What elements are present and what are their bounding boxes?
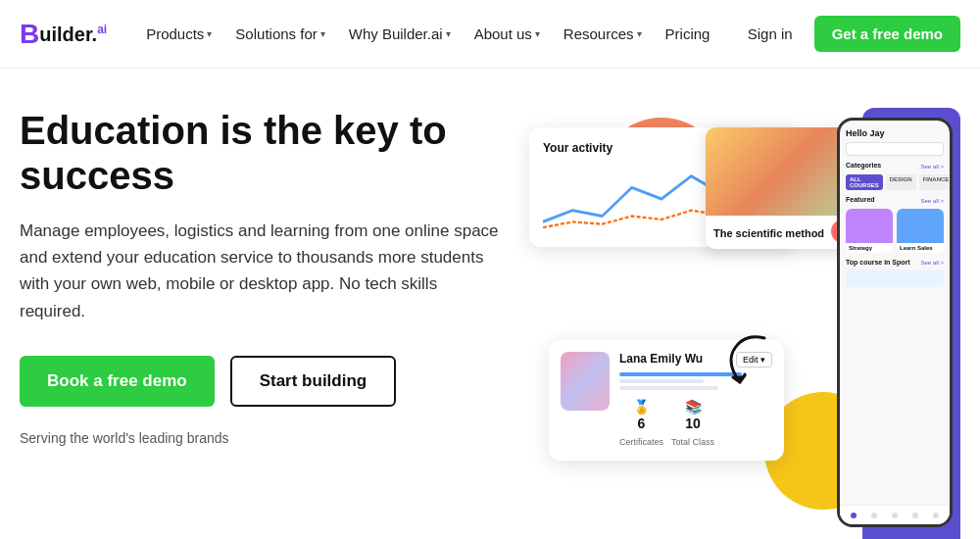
phone-featured-cards: Strategy Learn Sales	[846, 209, 944, 253]
chevron-down-icon: ▾	[207, 28, 212, 39]
phone-mockup: Hello Jay Categories See all > ALL COURS…	[813, 108, 960, 539]
nav-products[interactable]: Products ▾	[136, 20, 221, 48]
phone-nav-search[interactable]	[871, 513, 877, 518]
brand-text: Serving the world's leading brands	[20, 430, 500, 446]
phone-bottom-nav	[840, 505, 950, 524]
hero-left: Education is the key to success Manage e…	[20, 108, 500, 446]
nav-about[interactable]: About us ▾	[465, 20, 550, 48]
hero-section: Education is the key to success Manage e…	[0, 69, 980, 539]
hero-description: Manage employees, logistics and learning…	[20, 218, 500, 324]
phone-sport-row: Top course in Sport See all >	[846, 259, 944, 266]
phone-featured-see-all[interactable]: See all >	[920, 198, 944, 204]
phone-featured-title: Featured	[846, 196, 875, 203]
phone-card-strategy-image	[846, 209, 893, 243]
progress-bar-2	[619, 379, 704, 383]
phone-categories: ALL COURSES DESIGN FINANCE	[846, 174, 944, 190]
nav-right: Sign in Get a free demo	[738, 16, 960, 52]
hero-buttons: Book a free demo Start building	[20, 356, 500, 407]
phone-sport-title: Top course in Sport	[846, 259, 910, 266]
logo-bracket: B	[20, 19, 39, 50]
phone-nav-courses[interactable]	[892, 513, 898, 518]
phone-cat-design[interactable]: DESIGN	[886, 174, 916, 190]
nav-solutions[interactable]: Solutions for ▾	[225, 20, 334, 48]
phone-card-strategy[interactable]: Strategy	[846, 209, 893, 253]
phone-card-sales-label: Learn Sales	[897, 243, 944, 253]
hero-right: Your activity The scientific method ▶ Ed…	[519, 108, 960, 539]
phone-categories-title: Categories	[846, 162, 881, 169]
chevron-down-icon: ▾	[637, 28, 642, 39]
logo[interactable]: B uilder.ai	[20, 19, 107, 50]
phone-card-strategy-label: Strategy	[846, 243, 893, 253]
profile-stats: 🏅 6 Certificates 📚 10 Total Class	[619, 398, 772, 449]
nav-why[interactable]: Why Builder.ai ▾	[339, 20, 461, 48]
phone-nav-settings[interactable]	[933, 513, 939, 518]
chevron-down-icon: ▾	[320, 28, 325, 39]
start-building-button[interactable]: Start building	[230, 356, 397, 407]
phone-card-sales[interactable]: Learn Sales	[897, 209, 944, 253]
phone-search-bar[interactable]	[846, 142, 944, 156]
book-demo-button[interactable]: Book a free demo	[20, 356, 215, 407]
chevron-down-icon: ▾	[535, 28, 540, 39]
phone-frame: Hello Jay Categories See all > ALL COURS…	[837, 118, 953, 527]
profile-stat-certs: 🏅 6 Certificates	[619, 398, 663, 449]
arrow-icon	[696, 323, 774, 402]
phone-nav-profile[interactable]	[912, 513, 918, 518]
profile-stat-classes: 📚 10 Total Class	[671, 398, 714, 449]
nav-resources[interactable]: Resources ▾	[554, 20, 652, 48]
phone-cat-all[interactable]: ALL COURSES	[846, 174, 883, 190]
nav-pricing[interactable]: Pricing	[656, 20, 720, 48]
phone-sport-card	[846, 270, 944, 287]
nav-items: Products ▾ Solutions for ▾ Why Builder.a…	[136, 20, 738, 48]
get-demo-button[interactable]: Get a free demo	[814, 16, 960, 52]
logo-wordmark: uilder.ai	[39, 23, 107, 46]
phone-sport-see-all[interactable]: See all >	[920, 260, 944, 266]
phone-nav-home[interactable]	[851, 513, 857, 518]
profile-avatar	[561, 352, 610, 411]
phone-cat-finance[interactable]: FINANCE	[919, 174, 950, 190]
phone-card-sales-image	[897, 209, 944, 243]
hero-title: Education is the key to success	[20, 108, 500, 198]
phone-categories-see-all[interactable]: See all >	[920, 164, 944, 170]
sign-in-button[interactable]: Sign in	[738, 20, 803, 48]
phone-greeting: Hello Jay	[846, 128, 944, 138]
science-card-label: The scientific method	[713, 227, 824, 239]
navbar: B uilder.ai Products ▾ Solutions for ▾ W…	[0, 0, 980, 69]
phone-screen: Hello Jay Categories See all > ALL COURS…	[840, 121, 950, 524]
chevron-down-icon: ▾	[446, 28, 451, 39]
